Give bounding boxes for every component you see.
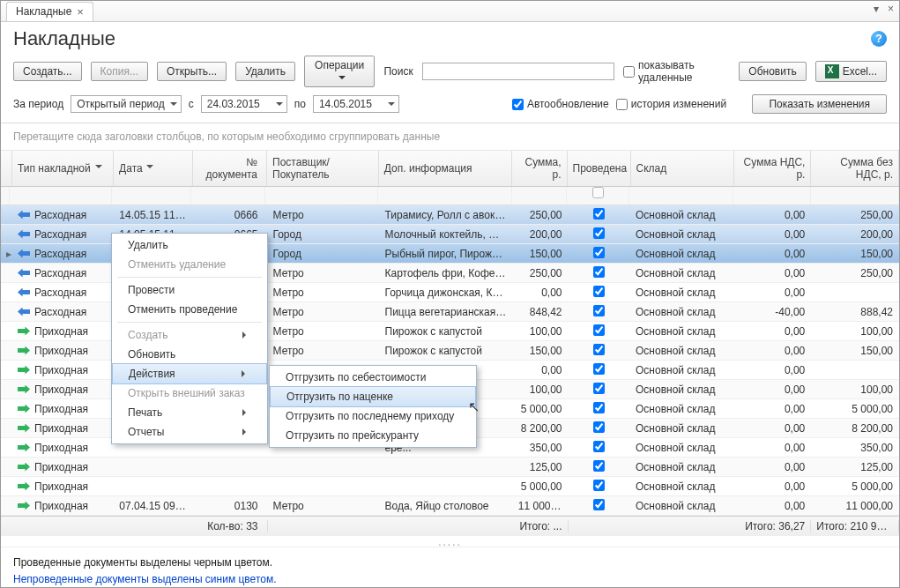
prov-check[interactable] bbox=[593, 286, 605, 297]
refresh-button[interactable]: Обновить bbox=[739, 62, 806, 81]
cell-beznds: 350,00 bbox=[811, 442, 899, 454]
cell-sum: 11 000,00 bbox=[513, 500, 569, 512]
cell-date: 14.05.15 11:41 bbox=[114, 209, 193, 221]
cell-sum: 100,00 bbox=[513, 383, 569, 396]
cell-sklad: Основной склад bbox=[630, 325, 733, 338]
cell-info: Молочный коктейль, Мор... bbox=[380, 228, 513, 241]
tab-close-icon[interactable]: × bbox=[77, 5, 84, 19]
menu-item[interactable]: Действия bbox=[112, 363, 267, 384]
cell-nds: 0,00 bbox=[733, 287, 811, 299]
prov-check[interactable] bbox=[593, 499, 605, 510]
col-marker[interactable] bbox=[1, 151, 12, 186]
group-hint: Перетащите сюда заголовки столбцов, по к… bbox=[1, 123, 899, 151]
col-info[interactable]: Доп. информация bbox=[379, 151, 512, 186]
menu-item: Создать bbox=[112, 325, 267, 345]
cell-prov bbox=[569, 402, 630, 416]
cell-nds: 0,00 bbox=[733, 403, 811, 415]
tab-active[interactable]: Накладные × bbox=[6, 2, 93, 21]
col-prov[interactable]: Проведена bbox=[568, 151, 631, 186]
context-menu-actions[interactable]: Отгрузить по себестоимостиОтгрузить по н… bbox=[269, 365, 477, 448]
menu-item[interactable]: Печать bbox=[112, 403, 267, 422]
help-icon[interactable]: ? bbox=[871, 31, 887, 47]
cell-type: Приходная bbox=[12, 383, 114, 396]
cell-beznds: 150,00 bbox=[811, 248, 899, 260]
prov-check[interactable] bbox=[593, 227, 605, 239]
show-deleted-check[interactable]: показывать удаленные bbox=[623, 59, 730, 84]
cell-prov bbox=[569, 266, 630, 280]
arrow-in-icon bbox=[18, 482, 30, 491]
prov-check[interactable] bbox=[593, 208, 605, 220]
col-beznds[interactable]: Сумма без НДС, р. bbox=[811, 151, 899, 186]
filter-prov-check[interactable] bbox=[592, 187, 604, 198]
cell-info: Тирамису, Ролл с авокадо... bbox=[380, 209, 513, 221]
period-combo[interactable]: Открытый период bbox=[71, 95, 182, 113]
menu-item[interactable]: Отгрузить по последнему приходу bbox=[270, 406, 476, 426]
cell-type: Приходная bbox=[12, 403, 114, 415]
grid-filter-row bbox=[1, 187, 899, 205]
prov-check[interactable] bbox=[593, 383, 605, 394]
cell-sum: 150,00 bbox=[513, 248, 569, 260]
table-row[interactable]: Расходная14.05.15 11:410666МетроТирамису… bbox=[1, 205, 899, 225]
period-value: Открытый период bbox=[77, 98, 165, 110]
table-row[interactable]: Приходная125,00Основной склад0,00125,00 bbox=[1, 458, 899, 477]
splitter[interactable]: ..... bbox=[1, 535, 899, 547]
arrow-out-icon bbox=[18, 269, 30, 278]
col-date[interactable]: Дата bbox=[114, 151, 193, 186]
menu-item[interactable]: Обновить bbox=[112, 345, 267, 364]
cell-prov bbox=[569, 480, 630, 494]
prov-check[interactable] bbox=[593, 460, 605, 472]
arrow-out-icon bbox=[18, 308, 30, 316]
menu-item[interactable]: Отменить проведение bbox=[112, 300, 267, 319]
history-check[interactable]: история изменений bbox=[616, 98, 726, 110]
menu-item[interactable]: Удалить bbox=[112, 235, 267, 255]
create-button[interactable]: Создать... bbox=[13, 62, 82, 81]
prov-check[interactable] bbox=[593, 480, 605, 491]
prov-check[interactable] bbox=[593, 344, 605, 355]
copy-button[interactable]: Копия... bbox=[91, 62, 148, 81]
cell-type: Расходная bbox=[12, 267, 114, 279]
show-deleted-label: показывать удаленные bbox=[638, 59, 730, 84]
from-label: с bbox=[189, 98, 194, 110]
col-doc[interactable]: № документа bbox=[193, 151, 267, 186]
prov-check[interactable] bbox=[593, 266, 605, 278]
cell-prov bbox=[569, 363, 630, 377]
cell-nds: 0,00 bbox=[733, 325, 811, 338]
operations-button[interactable]: Операции bbox=[304, 56, 375, 87]
auto-refresh-check[interactable]: Автообновление bbox=[512, 98, 609, 110]
menu-item[interactable]: Отгрузить по себестоимости bbox=[270, 368, 476, 387]
arrow-in-icon bbox=[18, 424, 30, 433]
window-close-icon[interactable]: × bbox=[888, 3, 894, 15]
menu-item[interactable]: Провести bbox=[112, 280, 267, 300]
open-button[interactable]: Открыть... bbox=[157, 62, 227, 81]
col-type[interactable]: Тип накладной bbox=[12, 151, 114, 186]
table-row[interactable]: Приходная5 000,00Основной склад0,005 000… bbox=[1, 477, 899, 496]
prov-check[interactable] bbox=[593, 402, 605, 413]
col-sum[interactable]: Сумма, р. bbox=[512, 151, 568, 186]
cell-beznds: 250,00 bbox=[811, 209, 899, 221]
cell-sum: 125,00 bbox=[513, 461, 569, 473]
prov-check[interactable] bbox=[593, 441, 605, 452]
search-input[interactable] bbox=[422, 63, 614, 80]
menu-item[interactable]: Отгрузить по прейскуранту bbox=[270, 426, 476, 445]
menu-item[interactable]: Отгрузить по наценке bbox=[270, 386, 476, 407]
cell-type: Расходная bbox=[12, 209, 114, 221]
prov-check[interactable] bbox=[593, 247, 605, 258]
delete-button[interactable]: Удалить bbox=[235, 62, 295, 81]
cell-sklad: Основной склад bbox=[630, 364, 733, 376]
col-sklad[interactable]: Склад bbox=[631, 151, 734, 186]
prov-check[interactable] bbox=[593, 305, 605, 316]
prov-check[interactable] bbox=[593, 421, 605, 433]
col-nds[interactable]: Сумма НДС, р. bbox=[734, 151, 812, 186]
col-supplier[interactable]: Поставщик/Покупатель bbox=[267, 151, 379, 186]
excel-button[interactable]: Excel... bbox=[815, 61, 887, 82]
show-changes-button[interactable]: Показать изменения bbox=[752, 94, 887, 114]
window-pin-icon[interactable]: ▾ bbox=[874, 3, 879, 15]
context-menu-main[interactable]: УдалитьОтменить удалениеПровестиОтменить… bbox=[111, 233, 268, 444]
table-row[interactable]: Приходная07.04.15 09:000130МетроВода, Яй… bbox=[1, 496, 899, 516]
menu-item[interactable]: Отчеты bbox=[112, 422, 267, 442]
from-date[interactable]: 24.03.2015 bbox=[201, 95, 287, 113]
prov-check[interactable] bbox=[593, 324, 605, 336]
legend-blue: Непроведенные документы выделены синим ц… bbox=[13, 571, 887, 588]
prov-check[interactable] bbox=[593, 363, 605, 375]
to-date[interactable]: 14.05.2015 bbox=[313, 95, 399, 113]
